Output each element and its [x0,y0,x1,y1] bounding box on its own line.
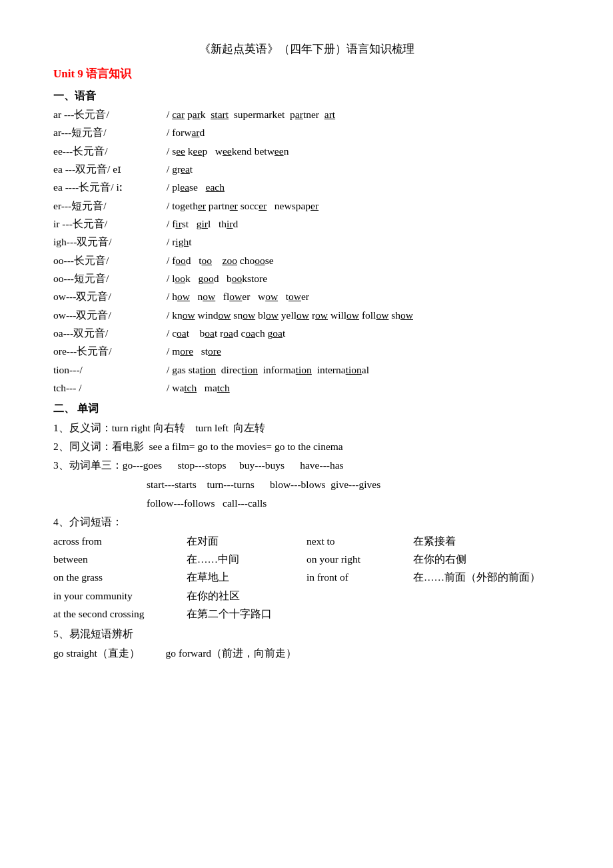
prep-title: 4、介词短语： [53,513,560,531]
unit-title: Unit 9 语言知识 [53,65,560,84]
word-item-2: 2、同义词：看电影 see a film= go to the movies= … [53,438,560,455]
prep-en2: next to [306,533,413,550]
phonics-row: ow---双元音/ / how now flower wow tower [53,288,560,305]
phonics-row: er---短元音/ / together partner soccer news… [53,197,560,215]
phonics-label: ow---双元音/ [53,307,167,324]
phonics-section: ar ---长元音/ / car park start supermarket … [53,106,560,397]
phonics-row: oo---长元音/ / food too zoo chooose [53,252,560,269]
prep-en: on the grass [53,569,187,586]
prep-row: between 在……中间 on your right 在你的右侧 [53,551,560,568]
phonics-words: / know window snow blow yellow row willo… [167,307,413,324]
phonics-row: ea ----长元音/ iː / please each [53,179,560,196]
phonics-words: / watch match [167,379,230,397]
phonics-words: / see keep weekend between [167,143,289,160]
phonics-label: oa---双元音/ [53,325,167,342]
phonics-row: igh---双元音/ / right [53,233,560,251]
words-section: 1、反义词：turn right 向右转 turn left 向左转 2、同义词… [53,419,560,662]
prep-en: between [53,551,187,568]
prep-en: across from [53,533,187,550]
phonics-label: er---短元音/ [53,197,167,215]
phonics-words: / together partner soccer newspaper [167,197,318,215]
word-item-3-row2: start---starts turn---turns blow---blows… [147,476,560,493]
phonics-label: oo---短元音/ [53,270,167,287]
item5-row1: go straight（直走） go forward（前进，向前走） [53,645,560,662]
words-section-title: 二、 单词 [53,399,560,417]
phonics-words: / coat boat road coach goat [167,325,285,342]
phonics-row: ore---长元音/ / more store [53,343,560,360]
prep-cn2: 在紧接着 [413,533,456,550]
phonics-words: / please each [167,179,225,196]
phonics-words: / right [167,233,191,251]
phonics-row: ea ---双元音/ eɪ / great [53,161,560,178]
phonics-words: / car park start supermarket partner art [167,106,335,123]
prep-en2: in front of [306,569,413,586]
phonics-row: oo---短元音/ / look good bookstore [53,270,560,287]
phonics-words: / food too zoo chooose [167,252,274,269]
phonics-words: / great [167,161,193,178]
prep-cn2: 在你的右侧 [413,551,466,568]
phonics-label: ea ----长元音/ iː [53,179,167,196]
phonics-row: tion---/ / gas station direction informa… [53,361,560,379]
phonics-row: ar ---长元音/ / car park start supermarket … [53,106,560,123]
phonics-row: tch--- / / watch match [53,379,560,397]
phonics-row: ar---短元音/ / forward [53,124,560,141]
phonics-label: ar ---长元音/ [53,106,167,123]
phonics-label: ore---长元音/ [53,343,167,360]
word-item-3-row3: follow---follows call---calls [147,495,560,512]
phonics-label: ir ---长元音/ [53,215,167,233]
prep-row: in your community 在你的社区 [53,587,560,605]
word-item-1: 1、反义词：turn right 向右转 turn left 向左转 [53,419,560,437]
prep-en: in your community [53,587,187,605]
prep-cn: 在第二个十字路口 [187,605,306,623]
phonics-section-title: 一、语音 [53,87,560,105]
phonics-label: ee---长元音/ [53,143,167,160]
phonics-row: oa---双元音/ / coat boat road coach goat [53,325,560,342]
phonics-label: tion---/ [53,361,167,379]
phonics-words: / forward [167,124,205,141]
phonics-row: ir ---长元音/ / first girl third [53,215,560,233]
phonics-words: / how now flower wow tower [167,288,309,305]
phonics-label: ar---短元音/ [53,124,167,141]
prep-row: at the second crossing 在第二个十字路口 [53,605,560,623]
prep-row: across from 在对面 next to 在紧接着 [53,533,560,550]
prep-cn: 在……中间 [187,551,306,568]
prep-cn: 在对面 [187,533,306,550]
prep-table: across from 在对面 next to 在紧接着 between 在……… [53,533,560,623]
prep-cn: 在草地上 [187,569,306,586]
phonics-label: igh---双元音/ [53,233,167,251]
phonics-label: ea ---双元音/ eɪ [53,161,167,178]
phonics-row: ee---长元音/ / see keep weekend between [53,143,560,160]
phonics-words: / gas station direction information inte… [167,361,369,379]
phonics-label: tch--- / [53,379,167,397]
phonics-words: / first girl third [167,215,238,233]
prep-en: at the second crossing [53,605,187,623]
phonics-words: / look good bookstore [167,270,267,287]
prep-row: on the grass 在草地上 in front of 在……前面（外部的前… [53,569,560,586]
word-item-3: 3、动词单三：go---goes stop---stops buy---buys… [53,457,560,474]
page-title: 《新起点英语》（四年下册）语言知识梳理 [53,40,560,59]
item5-title: 5、易混短语辨析 [53,625,560,643]
prep-cn2: 在……前面（外部的前面） [413,569,540,586]
phonics-label: oo---长元音/ [53,252,167,269]
phonics-label: ow---双元音/ [53,288,167,305]
phonics-row: ow---双元音/ / know window snow blow yellow… [53,307,560,324]
phonics-words: / more store [167,343,221,360]
prep-en2: on your right [306,551,413,568]
prep-cn: 在你的社区 [187,587,306,605]
